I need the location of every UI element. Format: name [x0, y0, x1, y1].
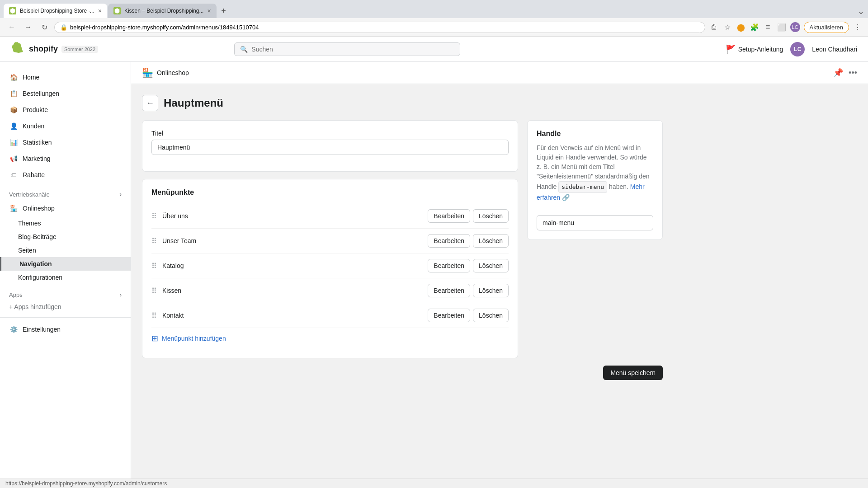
- back-button[interactable]: ←: [5, 21, 18, 33]
- status-bar: https://beispiel-dropshipping-store.mysh…: [0, 479, 868, 488]
- main-grid: Titel Menüpunkte ⠿ Über uns: [142, 120, 663, 358]
- sidebar-sub-item-themes[interactable]: Themes: [0, 216, 131, 230]
- handle-card: Handle Für den Verweis auf ein Menü wird…: [527, 120, 663, 240]
- tab-list-button[interactable]: ⌄: [858, 6, 864, 16]
- add-menu-item-label: Menüpunkt hinzufügen: [162, 335, 226, 342]
- opera-icon[interactable]: ⬤: [736, 22, 746, 32]
- page-header: ← Hauptmenü: [142, 95, 663, 111]
- tab-label-2: Kissen – Beispiel Dropshipping...: [124, 8, 203, 14]
- address-bar[interactable]: 🔒: [54, 22, 705, 33]
- table-row: ⠿ Katalog Bearbeiten Löschen: [151, 253, 509, 278]
- tab-close-1[interactable]: ×: [98, 7, 102, 14]
- app-header: shopify Sommer 2022 🔍 🚩 Setup-Anleitung …: [0, 37, 868, 62]
- btn-group-2: Bearbeiten Löschen: [428, 234, 509, 248]
- bearbeiten-btn-5[interactable]: Bearbeiten: [428, 309, 470, 322]
- search-icon: 🔍: [240, 46, 248, 53]
- sidebar-item-discounts[interactable]: 🏷 Rabatte: [0, 167, 131, 183]
- screenshot-icon[interactable]: ⬜: [777, 22, 787, 32]
- user-name: Leon Chaudhari: [812, 46, 857, 53]
- titel-label: Titel: [151, 130, 509, 137]
- right-column: Handle Für den Verweis auf ein Menü wird…: [527, 120, 663, 358]
- menu-item-name-5: Kontakt: [162, 312, 422, 319]
- address-input[interactable]: [70, 24, 699, 31]
- bearbeiten-btn-2[interactable]: Bearbeiten: [428, 234, 470, 248]
- titel-input[interactable]: [151, 140, 509, 155]
- setup-link[interactable]: 🚩 Setup-Anleitung: [726, 44, 783, 54]
- add-menu-icon: ⊞: [151, 333, 158, 343]
- sidebar-sub-item-blog[interactable]: Blog-Beiträge: [0, 230, 131, 244]
- drag-handle-3[interactable]: ⠿: [151, 262, 157, 270]
- new-tab-button[interactable]: +: [217, 5, 230, 17]
- save-button[interactable]: Menü speichern: [603, 366, 663, 380]
- menu-icon[interactable]: ⋮: [853, 22, 863, 32]
- header-search[interactable]: 🔍: [234, 42, 460, 56]
- sidebar-sub-item-navigation[interactable]: Navigation: [0, 257, 131, 271]
- bearbeiten-btn-4[interactable]: Bearbeiten: [428, 284, 470, 297]
- loschen-btn-4[interactable]: Löschen: [473, 284, 509, 297]
- customers-icon: 👤: [9, 122, 18, 131]
- marketing-icon: 📢: [9, 154, 18, 163]
- extensions-icon[interactable]: 🧩: [750, 22, 760, 32]
- drag-handle-4[interactable]: ⠿: [151, 286, 157, 295]
- wallet-icon[interactable]: ≡: [763, 22, 773, 32]
- vertriebskanale-label: Vertriebskanäle: [9, 191, 50, 198]
- drag-handle-2[interactable]: ⠿: [151, 237, 157, 245]
- drag-handle-1[interactable]: ⠿: [151, 212, 157, 221]
- drag-handle-5[interactable]: ⠿: [151, 311, 157, 320]
- discounts-icon: 🏷: [9, 170, 18, 179]
- sidebar-item-customers[interactable]: 👤 Kunden: [0, 118, 131, 134]
- blog-label: Blog-Beiträge: [18, 233, 57, 240]
- content-header: 🏪 Onlineshop 📌 •••: [131, 62, 868, 84]
- sidebar-item-statistics[interactable]: 📊 Statistiken: [0, 134, 131, 150]
- btn-group-1: Bearbeiten Löschen: [428, 209, 509, 223]
- apps-chevron[interactable]: ›: [120, 291, 122, 298]
- browser-tab-active[interactable]: Beispiel Dropshipping Store ·... ×: [4, 4, 107, 18]
- onlineshop-icon: 🏪: [9, 204, 18, 213]
- profile-icon[interactable]: LC: [790, 22, 800, 32]
- sidebar-sub-item-pages[interactable]: Seiten: [0, 244, 131, 257]
- browser-tab-2[interactable]: Kissen – Beispiel Dropshipping... ×: [108, 4, 217, 18]
- menu-items-card: Menüpunkte ⠿ Über uns Bearbeiten Löschen: [142, 179, 518, 358]
- settings-icon: ⚙️: [9, 325, 18, 334]
- reload-button[interactable]: ↻: [38, 21, 51, 33]
- loschen-btn-1[interactable]: Löschen: [473, 209, 509, 223]
- add-menu-item[interactable]: ⊞ Menüpunkt hinzufügen: [151, 328, 509, 349]
- orders-icon: 📋: [9, 89, 18, 98]
- share-icon[interactable]: ⎙: [709, 22, 719, 32]
- tab-label-1: Beispiel Dropshipping Store ·...: [20, 8, 94, 14]
- user-avatar[interactable]: LC: [790, 42, 805, 56]
- handle-input[interactable]: [537, 215, 653, 230]
- loschen-btn-2[interactable]: Löschen: [473, 234, 509, 248]
- external-link-icon: 🔗: [562, 194, 570, 201]
- main-content: 🏪 Onlineshop 📌 ••• ← Hauptmenü: [131, 62, 868, 479]
- back-button[interactable]: ←: [142, 95, 158, 111]
- bookmark-icon[interactable]: ☆: [722, 22, 732, 32]
- sidebar-item-onlineshop[interactable]: 🏪 Onlineshop: [0, 200, 131, 216]
- vertriebskanale-chevron[interactable]: ›: [119, 190, 122, 198]
- sidebar-item-orders-label: Bestellungen: [23, 90, 59, 97]
- sidebar-sub-item-konfigurationen[interactable]: Konfigurationen: [0, 271, 131, 284]
- bearbeiten-btn-1[interactable]: Bearbeiten: [428, 209, 470, 223]
- apps-label: Apps: [9, 291, 23, 298]
- products-icon: 📦: [9, 105, 18, 114]
- loschen-btn-5[interactable]: Löschen: [473, 309, 509, 322]
- more-actions-icon[interactable]: •••: [849, 68, 857, 78]
- aktualisieren-button[interactable]: Aktualisieren: [804, 22, 849, 33]
- tab-close-2[interactable]: ×: [207, 7, 211, 14]
- sidebar-item-products[interactable]: 📦 Produkte: [0, 102, 131, 118]
- bearbeiten-btn-3[interactable]: Bearbeiten: [428, 259, 470, 272]
- table-row: ⠿ Kontakt Bearbeiten Löschen: [151, 303, 509, 328]
- sidebar-item-marketing[interactable]: 📢 Marketing: [0, 150, 131, 167]
- pin-icon[interactable]: 📌: [833, 68, 843, 78]
- forward-button[interactable]: →: [22, 21, 34, 33]
- page-content: ← Hauptmenü Titel: [131, 84, 674, 398]
- sidebar-item-orders[interactable]: 📋 Bestellungen: [0, 85, 131, 102]
- loschen-btn-3[interactable]: Löschen: [473, 259, 509, 272]
- page-title: Hauptmenü: [164, 97, 223, 109]
- menu-items-title: Menüpunkte: [151, 188, 509, 197]
- sidebar-item-settings[interactable]: ⚙️ Einstellungen: [0, 321, 131, 338]
- add-apps-item[interactable]: + Apps hinzufügen: [0, 300, 131, 314]
- search-input[interactable]: [251, 46, 454, 53]
- handle-desc-part2: haben.: [609, 183, 628, 190]
- sidebar-item-home[interactable]: 🏠 Home: [0, 69, 131, 85]
